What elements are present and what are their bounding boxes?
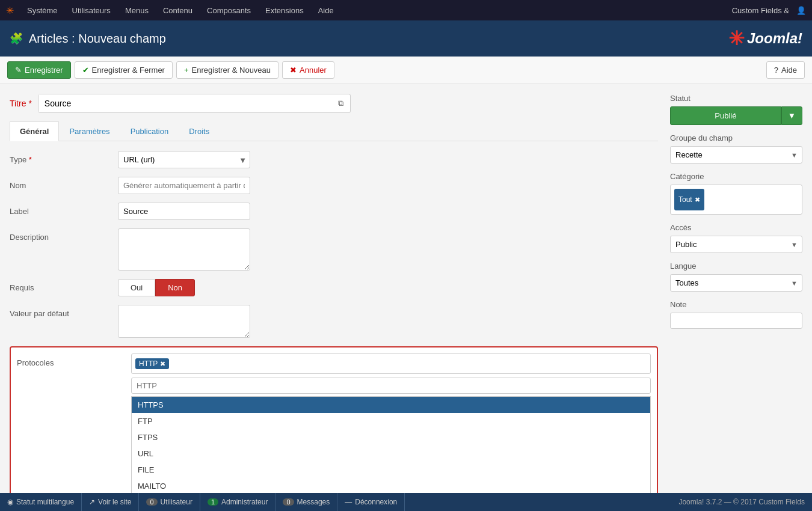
check-icon: ✔ [82,66,89,75]
description-label: Description [10,228,118,242]
type-group: Type * URL (url) ▼ [10,151,658,168]
dropdown-item-ftp[interactable]: FTP [132,413,650,429]
nav-menus[interactable]: Menus [119,0,155,20]
bottom-bar: ◉ Statut multilangue ↗ Voir le site 0 Ut… [0,493,812,511]
utilisateur-badge: 0 [146,498,157,506]
utilisateur-item[interactable]: 0 Utilisateur [139,493,200,511]
topnav-right: Custom Fields & 👤 [732,6,806,15]
nom-label: Nom [10,177,118,190]
dropdown-item-mailto[interactable]: MAILTO [132,478,650,494]
nav-systeme[interactable]: Système [21,0,64,20]
protocoles-dropdown: HTTPS FTP FTPS URL FILE MAILTO [131,396,651,495]
tab-droits[interactable]: Droits [179,121,220,141]
content-area: Titre * ⧉ Général Paramètres Publication… [0,84,812,511]
type-label: Type * [10,151,118,164]
nav-contenu[interactable]: Contenu [157,0,198,20]
groupe-select-wrap: Recette ▼ [670,146,802,164]
statut-button[interactable]: Publié [670,106,781,125]
help-button[interactable]: ? Aide [766,61,805,79]
groupe-select[interactable]: Recette [670,146,802,164]
save-icon: ✎ [15,66,22,75]
plus-icon: + [184,66,189,75]
protocoles-row: Protocoles HTTP ✖ HTTPS FTP FTPS URL [17,353,651,495]
messages-badge: 0 [283,498,294,506]
nom-input[interactable] [118,177,250,194]
admin-item[interactable]: 1 Administrateur [200,493,276,511]
protocoles-label: Protocoles [17,353,125,367]
description-textarea[interactable] [118,228,250,271]
description-group: Description [10,228,658,271]
user-icon[interactable]: 👤 [796,6,806,15]
voir-site-icon: ↗ [89,498,95,506]
nom-group: Nom [10,177,658,194]
messages-item[interactable]: 0 Messages [275,493,337,511]
requis-oui-button[interactable]: Oui [118,279,155,296]
protocoles-search-input[interactable] [131,378,651,394]
nav-extensions[interactable]: Extensions [259,0,310,20]
statut-btn-group: Publié ▼ [670,106,802,125]
acces-select[interactable]: Public [670,236,802,253]
protocoles-tag-area[interactable]: HTTP ✖ [131,353,651,374]
categorie-label: Catégorie [670,172,802,181]
langue-label: Langue [670,262,802,271]
label-group: Label [10,203,658,220]
puzzle-icon: 🧩 [10,32,23,45]
requis-group: Requis Oui Non [10,279,658,296]
tab-general[interactable]: Général [10,121,59,141]
nav-utilisateurs[interactable]: Utilisateurs [66,0,117,20]
save-close-button[interactable]: ✔ Enregistrer & Fermer [75,61,173,79]
nav-composants[interactable]: Composants [201,0,257,20]
title-input[interactable] [38,94,333,112]
http-tag: HTTP ✖ [135,358,169,369]
acces-label: Accès [670,223,802,232]
chevron-down-icon: ▼ [788,111,796,120]
page-title: 🧩 Articles : Nouveau champ [10,32,166,46]
cancel-icon: ✖ [290,66,297,75]
header-bar: 🧩 Articles : Nouveau champ ✳ Joomla! [0,20,812,57]
title-input-wrap: ⧉ [38,94,351,113]
copy-icon[interactable]: ⧉ [333,95,348,112]
categorie-tag-remove[interactable]: ✖ [695,196,700,204]
deconnexion-icon: — [345,498,352,506]
title-label: Titre * [10,99,32,108]
dropdown-item-url[interactable]: URL [132,445,650,462]
voir-site-item[interactable]: ↗ Voir le site [82,493,139,511]
admin-badge: 1 [208,498,218,506]
cancel-button[interactable]: ✖ Annuler [282,61,334,79]
valeur-label: Valeur par défaut [10,305,118,318]
title-row: Titre * ⧉ [10,94,658,113]
save-button[interactable]: ✎ Enregistrer [7,61,71,79]
http-tag-remove[interactable]: ✖ [160,360,165,368]
type-select[interactable]: URL (url) [118,151,250,168]
help-icon: ? [774,66,778,75]
note-label: Note [670,300,802,309]
dropdown-item-ftps[interactable]: FTPS [132,429,650,445]
categorie-tout-tag: Tout ✖ [674,189,704,210]
multilangue-item[interactable]: ◉ Statut multilangue [7,493,82,511]
protocoles-input-area: HTTP ✖ HTTPS FTP FTPS URL FILE MAILTO [131,353,651,495]
save-new-button[interactable]: + Enregistrer & Nouveau [176,61,278,79]
title-required-star: * [28,99,31,108]
type-select-wrap: URL (url) ▼ [118,151,250,168]
label-label: Label [10,203,118,216]
dropdown-item-file[interactable]: FILE [132,462,650,478]
categorie-box[interactable]: Tout ✖ [670,185,802,215]
toolbar: ✎ Enregistrer ✔ Enregistrer & Fermer + E… [0,57,812,84]
nav-aide[interactable]: Aide [312,0,340,20]
langue-select[interactable]: Toutes [670,274,802,292]
requis-non-button[interactable]: Non [155,279,195,296]
acces-select-wrap: Public ▼ [670,236,802,253]
langue-select-wrap: Toutes ▼ [670,274,802,292]
deconnexion-item[interactable]: — Déconnexion [337,493,405,511]
valeur-textarea[interactable] [118,305,250,338]
tab-publication[interactable]: Publication [120,121,179,141]
note-input[interactable] [670,313,802,329]
main-panel: Titre * ⧉ Général Paramètres Publication… [10,94,658,511]
label-input[interactable] [118,203,250,220]
tabs-bar: Général Paramètres Publication Droits [10,121,658,141]
statut-dropdown-button[interactable]: ▼ [781,106,802,125]
custom-fields-link[interactable]: Custom Fields & [732,6,789,15]
dropdown-item-https[interactable]: HTTPS [132,397,650,413]
requis-toggle: Oui Non [118,279,195,296]
tab-parametres[interactable]: Paramètres [59,121,120,141]
